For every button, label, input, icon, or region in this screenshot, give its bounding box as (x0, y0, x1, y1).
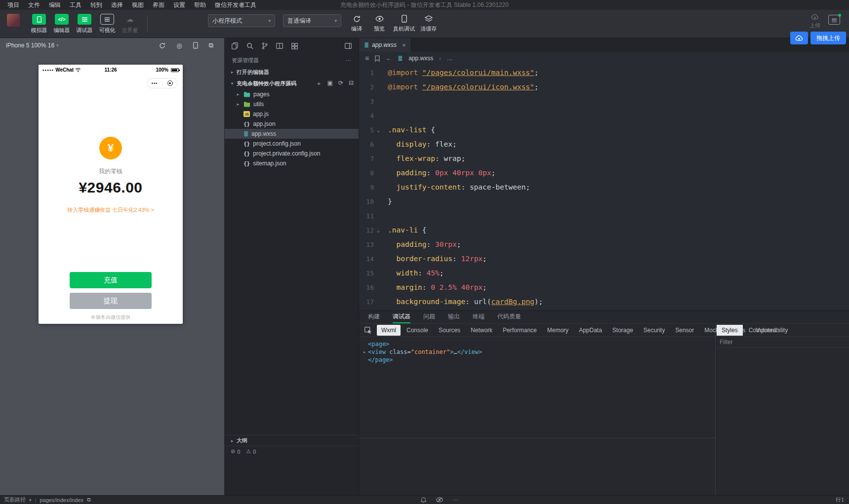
eye-off-icon[interactable] (436, 497, 443, 503)
copy-icon[interactable]: ⧉ (87, 497, 91, 503)
file-item-utils[interactable]: ▸utils (225, 99, 359, 109)
menu-item-文件[interactable]: 文件 (24, 0, 44, 10)
rotate-icon[interactable] (159, 42, 165, 49)
drag-upload-badge[interactable]: 拖拽上传 (790, 32, 846, 44)
file-item-pages[interactable]: ▸pages (225, 89, 359, 99)
upload-button[interactable]: 上传 (809, 14, 820, 29)
code-line-16[interactable]: 16 margin: 0 2.5% 40rpx; (359, 280, 849, 295)
mode-dropdown[interactable]: 小程序模式 ▾ (208, 14, 275, 27)
panel-tab-代码质量[interactable]: 代码质量 (497, 311, 521, 323)
menu-item-转到[interactable]: 转到 (86, 0, 107, 10)
page-path-label[interactable]: 页面路径 (4, 496, 26, 504)
code-line-14[interactable]: 14 border-radius: 12rpx; (359, 252, 849, 266)
more-icon[interactable]: ⋯ (453, 497, 458, 503)
collapse-all-icon[interactable]: ⊟ (349, 79, 354, 88)
git-branch-icon[interactable] (262, 42, 268, 49)
project-root-item[interactable]: ▾ 充电余额特效小程序源码 ＋ ▣ ⟳ ⊟ (225, 78, 359, 89)
toolbar-extra-icon[interactable]: ▤ (828, 15, 840, 25)
more-actions-icon[interactable]: ⋯ (346, 57, 352, 64)
cloud-dev-button[interactable]: ☁ 云开发 (119, 10, 141, 38)
devtools-tab-Sensor[interactable]: Sensor (671, 325, 698, 336)
code-line-7[interactable]: 7 flex-wrap: wrap; (359, 152, 849, 166)
styles-tab-Styles[interactable]: Styles (717, 325, 743, 336)
code-line-6[interactable]: 6 display: flex; (359, 137, 849, 152)
panel-tab-输出[interactable]: 输出 (448, 311, 460, 323)
menu-item-工具[interactable]: 工具 (65, 0, 86, 10)
outline-section[interactable]: ▸ 大纲 (225, 435, 359, 446)
file-item-project.config.json[interactable]: {}project.config.json (225, 139, 359, 149)
breadcrumb-file[interactable]: app.wxss (408, 55, 433, 62)
promo-link[interactable]: 转入零钱通赚收益 七日年化2.43% > (39, 206, 183, 214)
problems-bar[interactable]: ⊘0 ⚠0 (225, 446, 359, 457)
bookmark-icon[interactable] (375, 55, 380, 62)
split-editor-icon[interactable] (276, 43, 283, 49)
code-line-4[interactable]: 4 (359, 109, 849, 123)
compile-mode-dropdown[interactable]: 普通编译 ▾ (283, 14, 341, 27)
capsule-home-button[interactable] (162, 80, 177, 86)
refresh-icon[interactable]: ⟳ (338, 79, 343, 88)
code-editor[interactable]: 1@import "/pages/colorui/main.wxss";2@im… (359, 65, 849, 310)
device-frame-icon[interactable] (193, 42, 198, 49)
compile-button[interactable]: 编译 (345, 10, 368, 38)
hamburger-icon[interactable]: ≡ (365, 54, 369, 62)
code-line-3[interactable]: 3 (359, 94, 849, 109)
editor-toggle-button[interactable]: </> 编辑器 (50, 10, 73, 38)
code-line-2[interactable]: 2@import "/pages/colorui/icon.wxss"; (359, 80, 849, 94)
code-line-9[interactable]: 9 justify-content: space-between; (359, 180, 849, 194)
menu-item-微信开发者工具[interactable]: 微信开发者工具 (210, 0, 261, 10)
panel-tab-问题[interactable]: 问题 (423, 311, 435, 323)
panel-tab-终端[interactable]: 终端 (473, 311, 485, 323)
devtools-tab-Performance[interactable]: Performance (498, 325, 541, 336)
code-line-13[interactable]: 13 padding: 30rpx; (359, 237, 849, 252)
bell-icon[interactable] (421, 497, 426, 503)
inspect-element-icon[interactable] (364, 327, 372, 334)
record-icon[interactable]: ◎ (176, 42, 182, 49)
close-icon[interactable]: × (402, 41, 406, 49)
devtools-tab-Wxml[interactable]: Wxml (377, 325, 401, 336)
code-line-8[interactable]: 8 padding: 0px 40rpx 0px; (359, 166, 849, 180)
panel-layout-icon[interactable] (345, 43, 352, 49)
detach-window-icon[interactable]: ⧉ (209, 41, 213, 49)
devtools-tab-Memory[interactable]: Memory (543, 325, 573, 336)
file-item-app.json[interactable]: {}app.json (225, 119, 359, 129)
open-editors-section[interactable]: ▸ 打开的编辑器 (225, 67, 359, 78)
fold-icon[interactable]: ⌄ (374, 123, 383, 137)
panel-tab-调试器[interactable]: 调试器 (393, 311, 410, 323)
code-line-11[interactable]: 11 (359, 209, 849, 223)
code-line-17[interactable]: 17 background-image: url(cardBg.png); (359, 295, 849, 309)
chevron-down-icon[interactable]: ▾ (29, 498, 32, 503)
simulator-toggle-button[interactable]: 模拟器 (28, 10, 50, 38)
withdraw-button[interactable]: 提现 (70, 293, 152, 309)
file-item-sitemap.json[interactable]: {}sitemap.json (225, 158, 359, 168)
clear-cache-button[interactable]: 清缓存 (417, 10, 440, 38)
file-item-project.private.config.json[interactable]: {}project.private.config.json (225, 149, 359, 158)
expand-arrow-icon[interactable]: ▸ (361, 348, 368, 356)
panel-tab-构建[interactable]: 构建 (368, 311, 380, 323)
avatar[interactable] (7, 14, 20, 27)
search-icon[interactable] (246, 42, 253, 49)
remote-debug-button[interactable]: 真机调试 (391, 10, 417, 38)
new-file-icon[interactable]: ＋ (316, 79, 322, 88)
visualizer-toggle-button[interactable]: ⊞ 可视化 (96, 10, 119, 38)
files-icon[interactable] (232, 42, 238, 49)
menu-item-帮助[interactable]: 帮助 (190, 0, 210, 10)
styles-filter-input[interactable]: Filter (716, 337, 849, 348)
back-icon[interactable]: ← (386, 55, 392, 62)
menu-item-设置[interactable]: 设置 (169, 0, 190, 10)
code-line-1[interactable]: 1@import "/pages/colorui/main.wxss"; (359, 66, 849, 80)
preview-button[interactable]: 预览 (368, 10, 391, 38)
devtools-tab-Console[interactable]: Console (402, 325, 433, 336)
menu-item-项目[interactable]: 项目 (3, 0, 24, 10)
devtools-tab-Security[interactable]: Security (639, 325, 669, 336)
menu-item-视图[interactable]: 视图 (127, 0, 148, 10)
menu-item-编辑[interactable]: 编辑 (44, 0, 65, 10)
devtools-tab-Storage[interactable]: Storage (608, 325, 638, 336)
fold-icon[interactable]: ⌄ (374, 223, 383, 237)
wxml-node-1[interactable]: ▸<view class="container">…</view> (361, 348, 713, 356)
menu-item-界面[interactable]: 界面 (148, 0, 169, 10)
cursor-position[interactable]: 行1 (836, 496, 845, 504)
new-folder-icon[interactable]: ▣ (327, 79, 333, 88)
code-line-12[interactable]: 12⌄.nav-li { (359, 223, 849, 237)
styles-tab-Computed[interactable]: Computed (744, 325, 781, 336)
recharge-button[interactable]: 充值 (70, 272, 152, 288)
